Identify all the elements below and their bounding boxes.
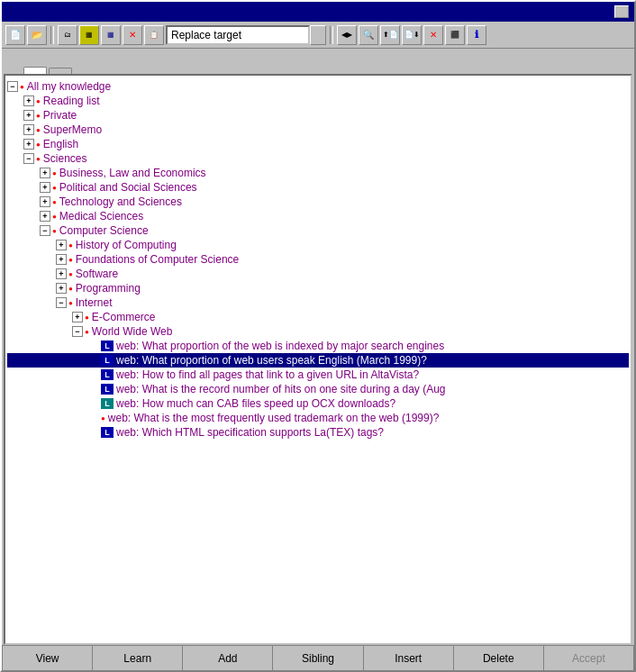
tree-item-supermemo[interactable]: +●SuperMemo (7, 123, 629, 137)
tree-item-business[interactable]: +●Business, Law and Economics (7, 166, 629, 180)
tree-item-all[interactable]: −●All my knowledge (7, 79, 629, 94)
L-teal-icon: L (101, 398, 114, 409)
tree-item-web2[interactable]: Lweb: What proportion of web users speak… (7, 353, 629, 368)
toolbar-btn-6[interactable]: 📋 (144, 25, 164, 45)
minus-red-icon: ● (52, 227, 57, 235)
L-blue-icon: L (101, 369, 114, 380)
toolbar-btn-1[interactable]: 📄 (5, 25, 25, 45)
status-btn-delete[interactable]: Delete (454, 646, 544, 670)
tree-item-label: Private (43, 109, 77, 122)
expand-btn-political[interactable]: + (40, 182, 50, 193)
tree-item-label: Internet (76, 296, 113, 309)
status-btn-learn[interactable]: Learn (93, 646, 183, 670)
minus-red-icon: ● (85, 313, 89, 322)
toolbar-btn-delete[interactable]: ✕ (123, 25, 142, 45)
expand-btn-history[interactable]: + (56, 240, 67, 250)
toolbar-btn-9[interactable]: ⬛ (445, 25, 465, 45)
tree-item-label: web: How to find all pages that link to … (116, 368, 419, 381)
toolbar-btn-5[interactable]: ▦ (101, 25, 121, 45)
tree-item-web7[interactable]: Lweb: Which HTML specification supports … (7, 425, 629, 440)
tree-item-software[interactable]: +●Software (7, 267, 629, 281)
toolbar-btn-7[interactable]: ⬆📄 (380, 25, 400, 45)
tree-item-internet[interactable]: −●Internet (7, 295, 629, 310)
expand-btn-all[interactable]: − (7, 81, 18, 92)
tree-item-web6[interactable]: ●web: What is the most frequently used t… (7, 411, 629, 425)
minus-red-icon: ● (68, 256, 73, 264)
tree-item-label: web: How much can CAB files speed up OCX… (116, 397, 395, 410)
tree-item-label: web: What is the record number of hits o… (116, 383, 446, 395)
toolbar: 📄 📂 🗂 ▦ ▦ ✕ 📋 ◀▶ 🔍 ⬆📄 📄⬇ ✕ ⬛ ℹ (2, 22, 634, 49)
expand-btn-www[interactable]: − (72, 326, 83, 337)
tree-item-reading[interactable]: +●Reading list (7, 94, 629, 108)
expand-btn-english[interactable]: + (23, 139, 34, 150)
tree-item-english[interactable]: +●English (7, 137, 629, 151)
toolbar-btn-4[interactable]: ▦ (79, 25, 99, 45)
tree-item-web3[interactable]: Lweb: How to find all pages that link to… (7, 368, 629, 382)
minus-red-icon: ● (68, 285, 73, 293)
tree-item-history[interactable]: +●History of Computing (7, 238, 629, 252)
expand-btn-tech[interactable]: + (40, 196, 50, 207)
tree-item-private[interactable]: +●Private (7, 108, 629, 123)
expand-btn-sciences[interactable]: − (23, 153, 34, 164)
tree-item-web4[interactable]: Lweb: What is the record number of hits … (7, 382, 629, 396)
status-btn-view[interactable]: View (2, 646, 93, 670)
expand-btn-programming[interactable]: + (56, 283, 67, 294)
close-button[interactable] (614, 5, 629, 18)
title-bar (2, 2, 634, 22)
expand-btn-business[interactable]: + (40, 168, 50, 178)
expand-btn-reading[interactable]: + (23, 95, 34, 106)
tree-item-web1[interactable]: Lweb: What proportion of the web is inde… (7, 339, 629, 353)
tree-item-medical[interactable]: +●Medical Sciences (7, 209, 629, 223)
tree-item-www[interactable]: −●World Wide Web (7, 324, 629, 339)
combo-wrapper (166, 25, 326, 45)
tabs-bar (2, 49, 634, 74)
toolbar-btn-2[interactable]: 📂 (27, 25, 47, 45)
tree-item-label: Political and Social Sciences (59, 181, 197, 194)
expand-btn-private[interactable]: + (23, 110, 34, 121)
tree-item-political[interactable]: +●Political and Social Sciences (7, 180, 629, 195)
tab-data[interactable] (23, 67, 47, 74)
replace-target-input[interactable] (166, 25, 310, 45)
status-btn-accept[interactable]: Accept (544, 646, 634, 670)
status-btn-sibling[interactable]: Sibling (273, 646, 363, 670)
expand-btn-internet[interactable]: − (56, 297, 67, 308)
toolbar-btn-back[interactable]: ◀▶ (337, 25, 357, 45)
tree-item-programming[interactable]: +●Programming (7, 281, 629, 295)
tree-item-foundations[interactable]: +●Foundations of Computer Science (7, 252, 629, 267)
expand-btn-supermemo[interactable]: + (23, 124, 34, 135)
tab-title[interactable] (49, 68, 72, 74)
expand-btn-software[interactable]: + (56, 268, 67, 279)
L-blue-icon: L (101, 355, 114, 366)
expand-btn-ecommerce[interactable]: + (72, 312, 83, 322)
minus-red-icon: ● (36, 141, 41, 149)
status-btn-insert[interactable]: Insert (364, 646, 454, 670)
expand-btn-cs[interactable]: − (40, 225, 50, 236)
tree-item-cs[interactable]: −●Computer Science (7, 223, 629, 238)
toolbar-btn-8[interactable]: 📄⬇ (402, 25, 422, 45)
tree-item-ecommerce[interactable]: +●E-Commerce (7, 310, 629, 324)
status-bar: ViewLearnAddSiblingInsertDeleteAccept (2, 645, 634, 670)
tree-item-label: web: What proportion of web users speak … (116, 354, 427, 367)
expand-btn-foundations[interactable]: + (56, 254, 67, 265)
combo-dropdown-arrow[interactable] (310, 25, 326, 45)
tree-container[interactable]: −●All my knowledge+●Reading list+●Privat… (5, 76, 631, 643)
status-btn-add[interactable]: Add (183, 646, 273, 670)
minus-red-icon: ● (68, 270, 73, 278)
tree-item-label: web: Which HTML specification supports L… (116, 426, 384, 439)
toolbar-btn-info[interactable]: ℹ (467, 25, 486, 45)
tree-item-label: All my knowledge (27, 80, 111, 93)
toolbar-btn-3[interactable]: 🗂 (58, 25, 77, 45)
expand-btn-medical[interactable]: + (40, 211, 50, 222)
tree-item-sciences[interactable]: −●Sciences (7, 151, 629, 166)
toolbar-btn-x2[interactable]: ✕ (423, 25, 443, 45)
tree-item-web5[interactable]: Lweb: How much can CAB files speed up OC… (7, 396, 629, 411)
tree-item-tech[interactable]: +●Technology and Sciences (7, 195, 629, 209)
minus-red-icon: ● (52, 169, 57, 177)
tree-item-label: English (43, 138, 78, 150)
toolbar-btn-search[interactable]: 🔍 (359, 25, 378, 45)
tree-item-label: Computer Science (59, 224, 149, 237)
minus-red-icon: ● (52, 198, 57, 206)
tree-item-label: World Wide Web (92, 325, 173, 338)
content-area: −●All my knowledge+●Reading list+●Privat… (4, 74, 632, 645)
minus-red-icon: ● (52, 184, 57, 192)
